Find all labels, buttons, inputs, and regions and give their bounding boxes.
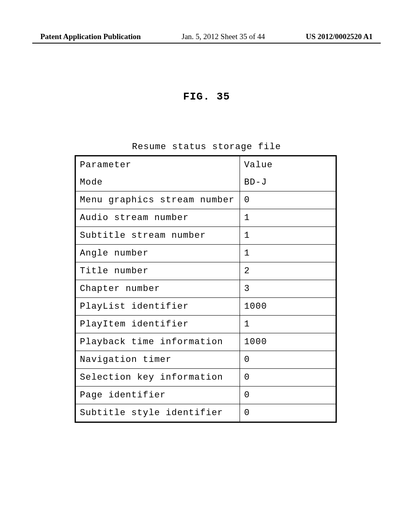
cell-value: 1 [240, 209, 336, 227]
cell-value: 0 [240, 369, 336, 387]
cell-value: 1 [240, 245, 336, 262]
table-row: Subtitle style identifier0 [75, 404, 336, 422]
table-row: PlayList identifier1000 [75, 298, 336, 316]
cell-parameter: Angle number [75, 245, 240, 262]
table-row: ModeBD-J [75, 174, 336, 191]
header-date-sheet: Jan. 5, 2012 Sheet 35 of 44 [181, 32, 265, 41]
cell-value: 2 [240, 262, 336, 280]
cell-value: 3 [240, 280, 336, 298]
cell-parameter: Menu graphics stream number [75, 191, 240, 209]
header-parameter: Parameter [75, 156, 240, 174]
cell-value: BD-J [240, 174, 336, 191]
cell-value: 0 [240, 387, 336, 404]
cell-parameter: PlayList identifier [75, 298, 240, 316]
cell-parameter: Navigation timer [75, 351, 240, 369]
cell-parameter: PlayItem identifier [75, 316, 240, 333]
cell-parameter: Audio stream number [75, 209, 240, 227]
table-row: Angle number1 [75, 245, 336, 262]
table-row: PlayItem identifier1 [75, 316, 336, 333]
cell-value: 1000 [240, 333, 336, 351]
cell-parameter: Chapter number [75, 280, 240, 298]
cell-value: 1 [240, 227, 336, 245]
cell-parameter: Mode [75, 174, 240, 191]
table-row: Playback time information1000 [75, 333, 336, 351]
table-row: Menu graphics stream number0 [75, 191, 336, 209]
table-header-row: Parameter Value [75, 156, 336, 174]
cell-value: 0 [240, 351, 336, 369]
cell-parameter: Selection key information [75, 369, 240, 387]
table-row: Navigation timer0 [75, 351, 336, 369]
table-row: Page identifier0 [75, 387, 336, 404]
cell-value: 1000 [240, 298, 336, 316]
cell-parameter: Subtitle style identifier [75, 404, 240, 422]
cell-parameter: Subtitle stream number [75, 227, 240, 245]
figure-title: FIG. 35 [0, 91, 413, 103]
resume-status-table: Parameter Value ModeBD-JMenu graphics st… [75, 155, 337, 423]
cell-parameter: Playback time information [75, 333, 240, 351]
cell-value: 1 [240, 316, 336, 333]
header-pub-number: US 2012/0002520 A1 [306, 32, 373, 41]
header-divider [32, 43, 381, 44]
cell-parameter: Title number [75, 262, 240, 280]
table-caption: Resume status storage file [0, 142, 413, 152]
cell-parameter: Page identifier [75, 387, 240, 404]
cell-value: 0 [240, 191, 336, 209]
table-row: Subtitle stream number1 [75, 227, 336, 245]
header-publication: Patent Application Publication [40, 32, 141, 41]
table-row: Selection key information0 [75, 369, 336, 387]
header-value: Value [240, 156, 336, 174]
page-header: Patent Application Publication Jan. 5, 2… [0, 32, 413, 41]
table-row: Chapter number3 [75, 280, 336, 298]
cell-value: 0 [240, 404, 336, 422]
table-row: Audio stream number1 [75, 209, 336, 227]
table-row: Title number2 [75, 262, 336, 280]
